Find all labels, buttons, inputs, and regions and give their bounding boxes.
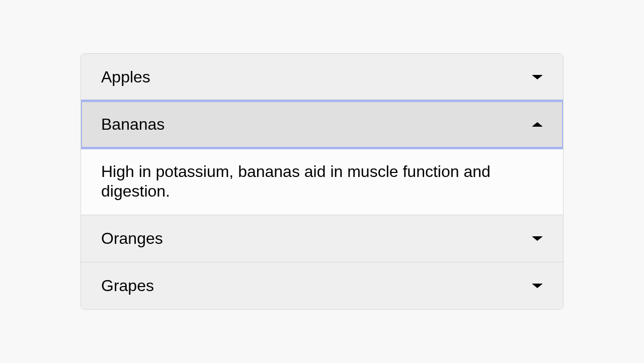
accordion-item-oranges: Oranges [81, 215, 563, 262]
accordion-item-grapes: Grapes [81, 262, 563, 309]
accordion-label: Grapes [101, 277, 154, 295]
accordion-header-grapes[interactable]: Grapes [81, 262, 563, 309]
chevron-up-icon [532, 122, 543, 127]
chevron-down-icon [532, 75, 543, 79]
accordion: Apples Bananas High in potassium, banana… [80, 53, 564, 310]
accordion-label: Oranges [101, 229, 163, 248]
accordion-item-apples: Apples [81, 54, 563, 101]
chevron-down-icon [532, 284, 543, 288]
accordion-item-bananas: Bananas High in potassium, bananas aid i… [81, 101, 563, 215]
chevron-down-icon [532, 236, 543, 241]
accordion-body-text: High in potassium, bananas aid in muscle… [101, 162, 491, 200]
accordion-label: Bananas [101, 115, 165, 134]
accordion-header-apples[interactable]: Apples [81, 54, 563, 101]
accordion-body-bananas: High in potassium, bananas aid in muscle… [81, 148, 563, 215]
accordion-header-bananas[interactable]: Bananas [81, 101, 563, 148]
accordion-label: Apples [101, 68, 150, 86]
accordion-header-oranges[interactable]: Oranges [81, 215, 563, 262]
